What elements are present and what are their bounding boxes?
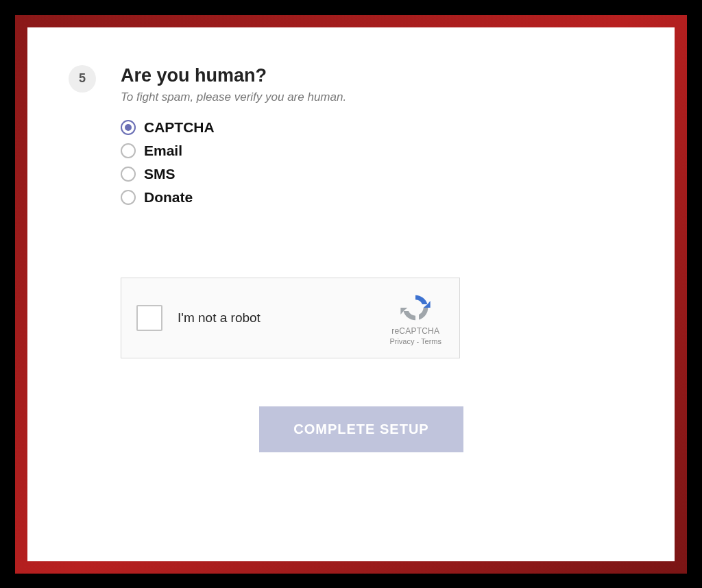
radio-option-email[interactable]: Email bbox=[121, 143, 633, 159]
outer-frame: 5 Are you human? To fight spam, please v… bbox=[15, 15, 687, 574]
recaptcha-links: Privacy - Terms bbox=[389, 337, 441, 345]
radio-label: CAPTCHA bbox=[144, 119, 215, 136]
verification-options: CAPTCHA Email SMS Donate bbox=[121, 119, 633, 206]
step-number-badge: 5 bbox=[69, 65, 96, 93]
radio-option-sms[interactable]: SMS bbox=[121, 166, 633, 182]
submit-row: COMPLETE SETUP bbox=[69, 406, 633, 452]
recaptcha-checkbox[interactable] bbox=[136, 305, 162, 331]
radio-label: Email bbox=[144, 143, 182, 159]
step-content: Are you human? To fight spam, please ver… bbox=[121, 65, 633, 206]
recaptcha-widget: I'm not a robot reCAPTCHA Privacy - Term… bbox=[121, 278, 460, 358]
radio-icon bbox=[121, 167, 136, 182]
radio-label: SMS bbox=[144, 166, 176, 182]
recaptcha-logo-icon bbox=[398, 291, 433, 325]
radio-icon bbox=[121, 190, 136, 205]
radio-icon bbox=[121, 120, 136, 135]
radio-label: Donate bbox=[144, 189, 193, 206]
radio-option-captcha[interactable]: CAPTCHA bbox=[121, 119, 633, 136]
setup-panel: 5 Are you human? To fight spam, please v… bbox=[27, 27, 675, 561]
recaptcha-brand-label: reCAPTCHA bbox=[391, 326, 439, 336]
recaptcha-label: I'm not a robot bbox=[178, 310, 389, 326]
recaptcha-brand: reCAPTCHA Privacy - Terms bbox=[389, 291, 444, 345]
step-subtitle: To fight spam, please verify you are hum… bbox=[121, 90, 633, 104]
radio-icon bbox=[121, 143, 136, 158]
recaptcha-link-separator: - bbox=[414, 337, 421, 345]
complete-setup-button[interactable]: COMPLETE SETUP bbox=[259, 406, 463, 452]
recaptcha-privacy-link[interactable]: Privacy bbox=[389, 337, 414, 345]
radio-option-donate[interactable]: Donate bbox=[121, 189, 633, 206]
step-title: Are you human? bbox=[121, 65, 633, 86]
step-row: 5 Are you human? To fight spam, please v… bbox=[69, 65, 633, 206]
recaptcha-terms-link[interactable]: Terms bbox=[421, 337, 441, 345]
